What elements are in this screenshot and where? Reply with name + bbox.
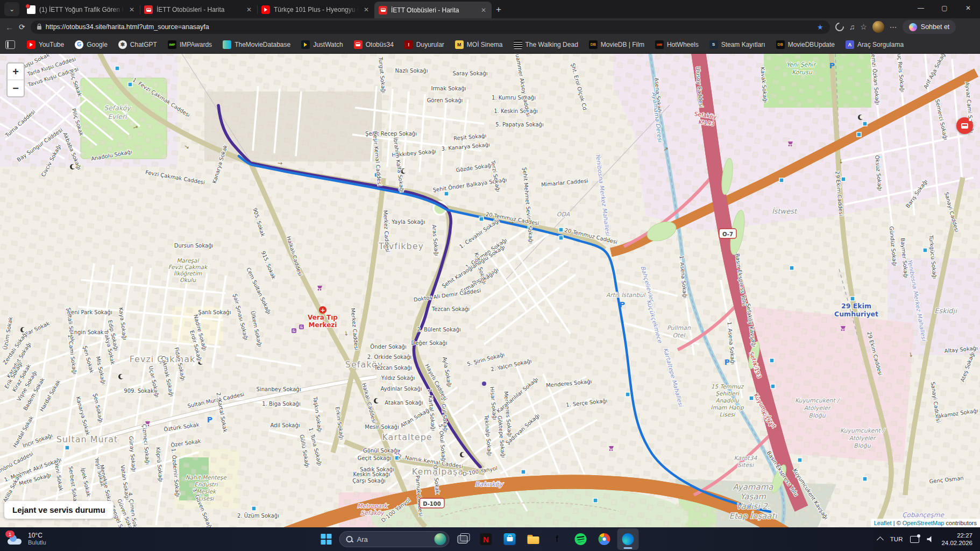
profile-avatar[interactable]	[872, 21, 884, 33]
map-label: Saray Sokağı	[452, 70, 487, 76]
zoom-out-button[interactable]: −	[8, 80, 24, 96]
browser-tab-1[interactable]: (1) İETT Yoğun Trafik Gören Hatlar✕	[23, 2, 140, 18]
bookmark-impawards[interactable]: IMPIMPAwards	[164, 39, 216, 51]
parking-icon: P	[725, 358, 730, 366]
svg-text:O-7: O-7	[722, 231, 733, 237]
tab-close-icon[interactable]: ✕	[480, 6, 487, 14]
tray-chevron-icon[interactable]	[877, 536, 884, 543]
address-bar[interactable]: https://otobus34.site/harita.html?utm_so…	[31, 20, 830, 34]
bookmark-justwatch[interactable]: JustWatch	[297, 39, 347, 51]
bookmark-google[interactable]: GGoogle	[70, 39, 112, 51]
task-view-button[interactable]	[451, 528, 473, 550]
maximize-button[interactable]: ▢	[933, 0, 956, 16]
tab-title: İETT Otobüsleri - Harita	[157, 6, 242, 13]
facebook-taskbar-icon[interactable]: f	[546, 528, 567, 550]
more-menu-icon[interactable]: ⋯	[890, 23, 897, 31]
bookmark-ara-sorgulama[interactable]: AAraç Sorgulama	[841, 39, 908, 51]
close-button[interactable]: ✕	[956, 0, 980, 16]
favorites-icon[interactable]: ☆	[860, 23, 867, 31]
map-label: 1. Kumru Sokağı	[492, 95, 536, 101]
minimize-button[interactable]: —	[909, 0, 933, 16]
back-button[interactable]: ←	[5, 23, 13, 32]
explorer-taskbar-icon[interactable]	[522, 528, 544, 550]
map-label: Sefaköy	[360, 510, 385, 517]
map-label: Korusu	[792, 69, 813, 76]
chatgpt-favicon: ✱	[118, 40, 127, 49]
edge-taskbar-icon[interactable]	[617, 528, 638, 550]
zoom-in-button[interactable]: +	[8, 63, 24, 80]
bookmark-moviedb-film[interactable]: DBMovieDB | Film	[585, 39, 649, 51]
map-label: Mesir Sokağı	[365, 424, 399, 430]
explorer-icon	[527, 535, 539, 544]
cloud-icon: 1	[8, 533, 24, 546]
bookmark-moviedbupdate[interactable]: DBMovieDBUpdate	[772, 39, 839, 51]
weather-badge: 1	[5, 531, 15, 538]
browser-tab-3[interactable]: Türkçe 101 Plus - Hyeongyu Oh &✕	[257, 2, 374, 18]
netflix-icon: N	[480, 533, 492, 545]
map-attribution: Leaflet | © OpenStreetMap contributors	[871, 519, 980, 527]
language-indicator[interactable]: TUR	[890, 536, 903, 542]
bookmark-chatgpt[interactable]: ✱ChatGPT	[114, 39, 161, 51]
bookmark-moi-sinema[interactable]: MMOİ Sinema	[451, 39, 507, 51]
browser-tab-2[interactable]: İETT Otobüsleri - Harita✕	[140, 2, 257, 18]
svg-text:&: &	[300, 325, 303, 329]
bookmark-youtube[interactable]: YouTube	[23, 39, 68, 51]
map-zoom-control: + −	[6, 62, 25, 97]
search-daily-image	[434, 533, 446, 545]
floating-bus-button[interactable]	[956, 117, 973, 134]
bookmark-otob-s34[interactable]: Otobüs34	[350, 39, 398, 51]
map-label: Atölyeler	[849, 435, 877, 442]
network-icon[interactable]	[910, 536, 919, 543]
side-panel-icon[interactable]	[5, 40, 15, 49]
taskbar-search[interactable]: Ara	[339, 531, 449, 547]
map-label: Atölyeler	[804, 405, 832, 412]
tray-clock[interactable]: 22:27 24.02.2026	[941, 532, 972, 547]
media-controls-icon[interactable]: ♫	[849, 23, 855, 31]
copilot-icon	[909, 23, 917, 31]
bookmark-hotwheels[interactable]: HWHotWheels	[651, 39, 703, 51]
netflix-taskbar-icon[interactable]: N	[475, 528, 496, 550]
tray-date: 24.02.2026	[941, 539, 972, 547]
reload-button[interactable]: ⟳	[19, 23, 25, 31]
spotify-taskbar-icon[interactable]	[570, 528, 591, 550]
browser-tab-4[interactable]: İETT Otobüsleri - Harita✕	[374, 2, 492, 18]
tab-close-icon[interactable]: ✕	[363, 6, 370, 13]
bus-stop-marker	[770, 358, 774, 363]
bookmark-steam-kay-tlar-[interactable]: SSteam Kayıtları	[705, 39, 770, 51]
map-label: Irmak Sokağı	[431, 86, 466, 91]
legend-button[interactable]: Lejant ve servis durumu	[4, 501, 113, 519]
parking-icon: P	[829, 61, 835, 70]
chrome-taskbar-icon[interactable]	[593, 528, 615, 550]
map-label: Bloğu	[854, 442, 871, 449]
bookmark-the-walking-dead[interactable]: The Walking Dead	[509, 39, 583, 51]
tab-search-chevron-icon[interactable]: ⌄	[4, 2, 19, 16]
hw-favicon: HW	[655, 40, 664, 49]
map-label: Çarşı Sokağı	[352, 478, 386, 484]
start-button[interactable]	[315, 528, 337, 550]
map-canvas[interactable]: PPPP+&& Tarla Kuşu CaddesiDere Kuşu Soka…	[0, 54, 980, 527]
volume-icon[interactable]	[927, 536, 934, 542]
bookmark-themoviedatabase[interactable]: TheMovieDatabase	[218, 39, 295, 51]
store-taskbar-icon[interactable]	[499, 528, 520, 550]
bus-stop-marker	[252, 506, 256, 511]
tab-close-icon[interactable]: ✕	[245, 6, 253, 13]
tab-close-icon[interactable]: ✕	[128, 6, 136, 13]
map-label: Sultan Murat	[56, 434, 118, 444]
weather-widget[interactable]: 1 10°C Bulutlu	[0, 527, 54, 551]
map-label: Vera Tıp	[308, 314, 338, 321]
bookmark-duyurular[interactable]: !Duyurular	[400, 39, 449, 51]
map-label: Okulu	[180, 277, 197, 283]
copilot-chat-button[interactable]: Sohbet et	[903, 20, 956, 34]
extension-ring-icon[interactable]	[833, 21, 846, 33]
bookmark-label: MovieDBUpdate	[788, 41, 835, 48]
copilot-chat-label: Sohbet et	[921, 23, 950, 31]
bus-stop-marker	[798, 458, 802, 462]
new-tab-button[interactable]: +	[496, 4, 501, 15]
leaflet-link[interactable]: Leaflet	[874, 520, 892, 526]
url-text[interactable]: https://otobus34.site/harita.html?utm_so…	[46, 23, 209, 31]
osm-link[interactable]: OpenStreetMap	[903, 520, 945, 526]
arac-favicon: A	[846, 40, 854, 49]
map-label: Yeni Şehir	[786, 61, 816, 68]
bookmark-star-icon[interactable]: ★	[817, 23, 823, 31]
otobus-favicon	[379, 6, 387, 15]
